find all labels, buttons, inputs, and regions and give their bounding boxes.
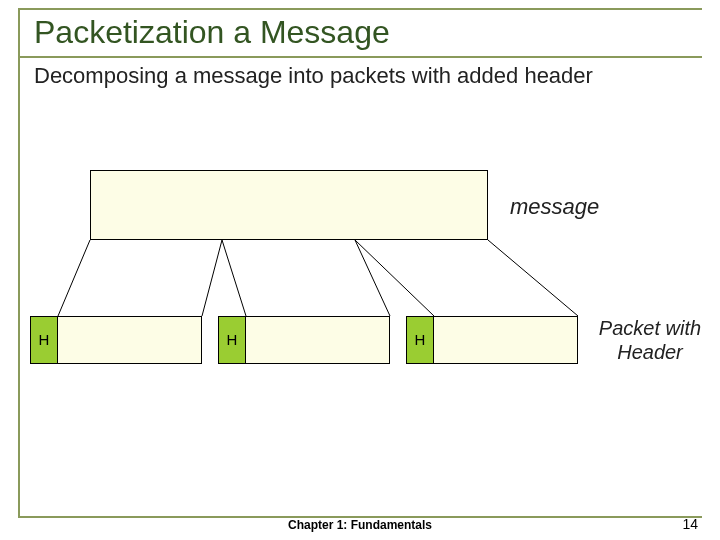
footer-chapter: Chapter 1: Fundamentals xyxy=(0,518,720,532)
packet-with-header-label: Packet with Header xyxy=(590,316,710,364)
footer-page-number: 14 xyxy=(682,516,698,532)
message-box xyxy=(90,170,488,240)
packet-header-2: H xyxy=(218,316,246,364)
message-label: message xyxy=(510,194,599,220)
packet-header-1: H xyxy=(30,316,58,364)
slide-title: Packetization a Message xyxy=(34,14,390,51)
title-underline xyxy=(18,56,702,58)
packet-header-3: H xyxy=(406,316,434,364)
slide-subtitle: Decomposing a message into packets with … xyxy=(34,62,674,90)
